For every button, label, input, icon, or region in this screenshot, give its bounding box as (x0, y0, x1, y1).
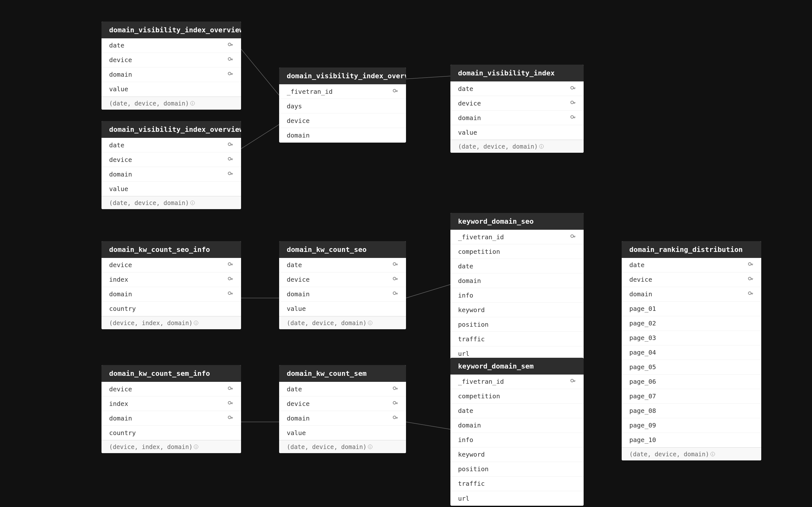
svg-rect-20 (231, 144, 233, 145)
table-footer: (date, device, domain) i (101, 196, 241, 209)
table-domain_visibility_index: domain_visibility_indexdatedevicedomainv… (450, 65, 583, 153)
key-icon (227, 142, 234, 148)
svg-rect-17 (232, 74, 233, 75)
svg-point-83 (748, 292, 751, 295)
table-row: competition (450, 244, 583, 259)
column-name: value (109, 185, 128, 193)
svg-rect-56 (231, 293, 233, 294)
column-name: index (109, 400, 128, 407)
svg-rect-45 (574, 117, 575, 118)
table-row: page_10 (622, 433, 761, 447)
svg-point-31 (393, 89, 396, 92)
svg-rect-102 (396, 389, 397, 389)
table-row: domain (450, 418, 583, 433)
table-title: keyword_domain_seo (450, 213, 583, 230)
column-name: page_02 (629, 320, 656, 327)
column-name: date (287, 385, 302, 393)
column-name: traffic (458, 480, 485, 487)
svg-rect-33 (397, 91, 397, 92)
table-row: page_05 (622, 360, 761, 375)
key-icon (227, 276, 234, 283)
svg-point-75 (748, 263, 751, 266)
svg-point-11 (228, 58, 231, 60)
svg-rect-96 (231, 417, 233, 418)
table-domain_visibility_index_overview_max: domain_visibility_index_overview_maxdate… (101, 121, 241, 209)
table-row: page_08 (622, 404, 761, 418)
svg-point-19 (228, 143, 231, 146)
column-name: domain (629, 290, 652, 298)
svg-point-63 (393, 277, 396, 280)
key-icon (392, 415, 398, 421)
column-name: device (287, 276, 310, 283)
key-icon (748, 262, 754, 268)
table-title: domain_kw_count_seo_info (101, 241, 241, 258)
svg-rect-72 (573, 236, 575, 236)
svg-line-0 (241, 49, 279, 95)
svg-rect-112 (573, 381, 575, 381)
column-name: keyword (458, 451, 485, 458)
svg-rect-36 (573, 88, 575, 88)
key-icon (227, 171, 234, 177)
column-name: traffic (458, 335, 485, 343)
column-name: domain (458, 277, 481, 285)
svg-point-51 (228, 277, 231, 280)
column-name: domain (287, 414, 310, 422)
table-row: device (101, 153, 241, 167)
column-name: device (109, 261, 132, 269)
svg-point-15 (228, 72, 231, 75)
table-title: domain_ranking_distribution (622, 241, 761, 258)
svg-rect-44 (573, 117, 575, 117)
table-domain_kw_count_seo_info: domain_kw_count_seo_infodeviceindexdomai… (101, 241, 241, 329)
key-icon (227, 71, 234, 78)
column-name: domain (287, 290, 310, 298)
key-icon (570, 115, 576, 121)
svg-rect-94 (231, 403, 232, 404)
svg-rect-48 (231, 264, 233, 265)
key-icon (392, 89, 398, 95)
table-row: value (101, 82, 241, 97)
table-row: url (450, 491, 583, 506)
svg-rect-100 (396, 388, 398, 389)
table-row: device (622, 273, 761, 287)
svg-rect-14 (231, 60, 232, 60)
table-row: domain (279, 411, 406, 426)
svg-rect-21 (232, 145, 233, 146)
column-name: _fivetran_id (458, 378, 504, 385)
svg-rect-38 (573, 88, 574, 89)
table-title: keyword_domain_sem (450, 358, 583, 375)
svg-rect-76 (751, 264, 753, 265)
table-row: page_04 (622, 345, 761, 360)
key-icon (570, 378, 576, 385)
svg-point-79 (748, 277, 751, 280)
column-name: _fivetran_id (458, 233, 504, 241)
svg-line-4 (406, 285, 450, 298)
table-row: domain (450, 111, 583, 125)
column-name: device (629, 276, 652, 283)
svg-rect-61 (397, 265, 397, 266)
column-name: days (287, 102, 302, 110)
svg-line-2 (406, 76, 450, 79)
svg-point-39 (571, 101, 573, 104)
table-title: domain_visibility_index_overview_max (101, 121, 241, 138)
table-row: domain (450, 274, 583, 288)
column-name: date (458, 407, 473, 414)
key-icon (570, 86, 576, 92)
table-row: device (101, 382, 241, 396)
info-icon: i (190, 101, 195, 106)
column-name: page_10 (629, 436, 656, 444)
table-row: date (279, 258, 406, 273)
svg-rect-97 (232, 418, 233, 418)
svg-rect-9 (232, 45, 233, 46)
key-icon (748, 291, 754, 297)
column-name: date (109, 141, 124, 149)
svg-rect-30 (231, 174, 232, 174)
svg-point-107 (393, 416, 396, 418)
svg-rect-65 (397, 279, 397, 280)
column-name: info (458, 436, 473, 444)
table-row: date (622, 258, 761, 273)
key-icon (392, 262, 398, 268)
table-row: domain (101, 411, 241, 426)
svg-rect-22 (231, 145, 232, 145)
column-name: page_05 (629, 363, 656, 371)
column-name: domain (109, 71, 132, 78)
